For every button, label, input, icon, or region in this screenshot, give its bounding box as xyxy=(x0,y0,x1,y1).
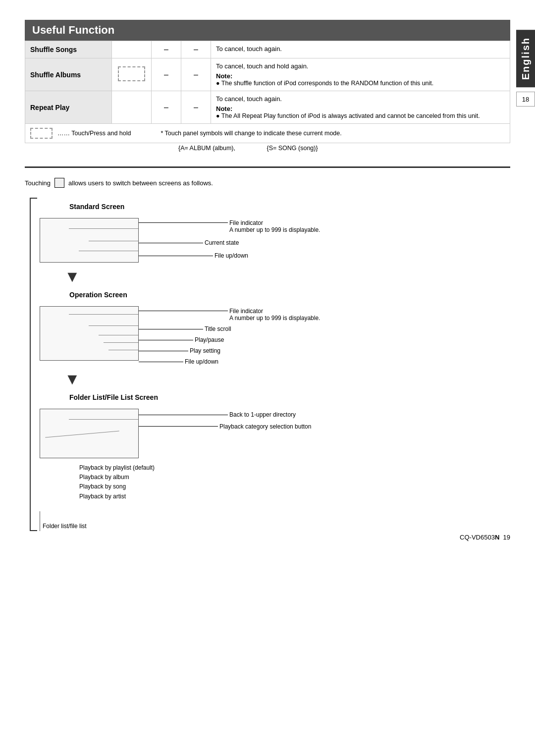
ann-line-op-5 xyxy=(139,362,183,362)
table-row: Shuffle Albums – – To cancel, touch and … xyxy=(25,58,510,91)
arrow-down-1: ▼ xyxy=(64,268,510,286)
ann-file-indicator-std: File indicator A number up to 999 is dis… xyxy=(139,219,320,233)
playback-list-item-2: Playback by album xyxy=(79,473,510,482)
note-shuffle-albums: Note: ● The shuffle function of iPod cor… xyxy=(216,72,505,87)
row-dash2-shuffle-songs: – xyxy=(181,41,211,58)
folder-line-2 xyxy=(45,431,119,437)
ann-text-current-state: Current state xyxy=(205,239,239,246)
ann-line-std-1 xyxy=(139,222,228,223)
section-header: Useful Function xyxy=(25,20,510,41)
row-dash2-repeat-play: – xyxy=(181,91,211,124)
touching-section: Touching allows users to switch between … xyxy=(25,178,510,531)
footer-album-song: {A= ALBUM (album), {S= SONG (song)} xyxy=(178,145,510,152)
playback-list-item-1: Playback by playlist (default) xyxy=(79,463,510,473)
playback-list-item-3: Playback by song xyxy=(79,482,510,491)
screens-bracket-container: Standard Screen File indicator xyxy=(25,198,510,531)
ann-text-play-pause: Play/pause xyxy=(195,336,224,343)
folder-list-label: Folder list/file list xyxy=(43,523,87,530)
indented-playback-list: Playback by playlist (default) Playback … xyxy=(79,463,510,501)
standard-screen-container: File indicator A number up to 999 is dis… xyxy=(40,216,510,263)
footer-dashed-box xyxy=(30,128,53,139)
arrow-down-2: ▼ xyxy=(64,370,510,388)
op-line-2 xyxy=(89,325,138,326)
table-row: Repeat Play – – To cancel, touch again. … xyxy=(25,91,510,124)
ann-line-op-2 xyxy=(139,329,203,329)
row-icon-shuffle-songs xyxy=(112,41,152,58)
operation-annotations: File indicator A number up to 999 is dis… xyxy=(139,304,320,365)
ann-line-op-4 xyxy=(139,351,188,351)
screen-line-3 xyxy=(79,251,138,251)
op-line-5 xyxy=(108,350,138,350)
screen-line-1 xyxy=(69,228,138,229)
ann-playback-category: Playback category selection button xyxy=(139,423,311,430)
side-tab-english: English xyxy=(516,30,535,87)
folder-annotations: Back to 1-upper directory Playback categ… xyxy=(139,406,311,430)
row-dash1-shuffle-albums: – xyxy=(152,58,181,91)
operation-screen-box xyxy=(40,306,139,361)
folder-screen-label: Folder List/File List Screen xyxy=(69,393,510,401)
standard-screen-label: Standard Screen xyxy=(69,203,510,211)
ann-line-op-1 xyxy=(139,311,228,311)
ann-title-scroll: Title scroll xyxy=(139,325,320,332)
ann-line-folder-1 xyxy=(139,415,228,415)
note-repeat-play: Note: ● The All Repeat Play function of … xyxy=(216,105,505,119)
bracket-bottom-line xyxy=(30,530,37,531)
ann-text-playback-category: Playback category selection button xyxy=(219,423,311,430)
op-line-4 xyxy=(104,342,138,343)
row-icon-repeat-play xyxy=(112,91,152,124)
folder-screen-container: Back to 1-upper directory Playback categ… xyxy=(40,406,510,458)
footer-asterisk: * Touch panel symbols will change to ind… xyxy=(160,130,341,137)
folder-list-label-row: Folder list/file list xyxy=(40,511,510,531)
standard-annotations: File indicator A number up to 999 is dis… xyxy=(139,216,320,259)
table-footer: …… Touch/Press and hold * Touch panel sy… xyxy=(25,124,510,143)
row-desc-shuffle-songs: To cancel, touch again. xyxy=(211,41,510,58)
ann-play-pause: Play/pause xyxy=(139,336,320,343)
bracket-top-line xyxy=(30,198,37,199)
row-label-repeat-play: Repeat Play xyxy=(25,91,112,124)
operation-screen-label: Operation Screen xyxy=(69,291,510,299)
row-desc-shuffle-albums: To cancel, touch and hold again. Note: ●… xyxy=(211,58,510,91)
ann-play-setting: Play setting xyxy=(139,347,320,354)
bracket-vertical-line xyxy=(30,198,31,531)
dashed-icon-box xyxy=(118,66,145,81)
folder-screen-box xyxy=(40,409,139,458)
row-label-shuffle-albums: Shuffle Albums xyxy=(25,58,112,91)
row-label-shuffle-songs: Shuffle Songs xyxy=(25,41,112,58)
standard-screen-box xyxy=(40,218,139,263)
ann-text-file-indicator-std: File indicator A number up to 999 is dis… xyxy=(229,219,320,233)
row-icon-shuffle-albums xyxy=(112,58,152,91)
row-dash1-repeat-play: – xyxy=(152,91,181,124)
ann-file-updown-std: File up/down xyxy=(139,252,320,259)
ann-text-file-indicator-op: File indicator A number up to 999 is dis… xyxy=(229,308,320,322)
ann-text-play-setting: Play setting xyxy=(190,347,220,354)
bracket-content: Standard Screen File indicator xyxy=(35,198,510,531)
op-line-1 xyxy=(69,314,138,315)
ann-current-state-std: Current state xyxy=(139,239,320,246)
ann-text-file-updown-std: File up/down xyxy=(214,252,248,259)
ann-back-directory: Back to 1-upper directory xyxy=(139,411,311,418)
table-row: Shuffle Songs – – To cancel, touch again… xyxy=(25,41,510,58)
ann-line-folder-2 xyxy=(139,426,218,427)
left-bracket xyxy=(25,198,35,531)
footer-dots-label: …… Touch/Press and hold xyxy=(57,130,131,137)
ann-text-title-scroll: Title scroll xyxy=(205,325,231,332)
ann-line-std-2 xyxy=(139,243,203,243)
folder-line-1 xyxy=(69,419,138,420)
ann-text-back-directory: Back to 1-upper directory xyxy=(229,411,296,418)
screen-line-2 xyxy=(89,241,138,241)
ann-file-updown-op: File up/down xyxy=(139,358,320,365)
row-dash1-shuffle-songs: – xyxy=(152,41,181,58)
touch-icon xyxy=(54,178,64,188)
operation-screen-container: File indicator A number up to 999 is dis… xyxy=(40,304,510,365)
ann-file-indicator-op: File indicator A number up to 999 is dis… xyxy=(139,308,320,322)
row-dash2-shuffle-albums: – xyxy=(181,58,211,91)
function-table: Shuffle Songs – – To cancel, touch again… xyxy=(25,41,510,124)
separator-line xyxy=(25,166,510,168)
touching-intro: Touching allows users to switch between … xyxy=(25,178,510,188)
ann-text-file-updown-op: File up/down xyxy=(185,358,218,365)
folder-list-vertical-line xyxy=(40,511,40,531)
playback-list-item-4: Playback by artist xyxy=(79,492,510,501)
ann-line-std-3 xyxy=(139,256,213,256)
op-line-3 xyxy=(99,335,138,335)
page-bottom: CQ-VD6503N 19 xyxy=(460,534,510,541)
